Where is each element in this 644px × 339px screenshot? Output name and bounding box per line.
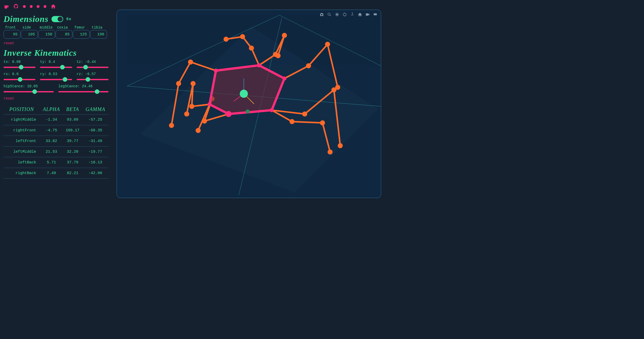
center-of-gravity [240,90,248,98]
table-row: rightFront-4.75109.17-68.35 [4,125,109,136]
home-icon[interactable] [50,4,56,9]
coxia-input[interactable] [56,30,72,39]
svg-point-22 [307,64,310,68]
slider-label: rx: 0.6 [4,72,35,76]
tibia-input[interactable] [90,30,107,39]
save-icon[interactable] [373,12,378,17]
svg-point-32 [257,63,261,67]
top-nav [4,3,109,12]
svg-point-13 [203,119,206,123]
svg-point-31 [214,69,218,73]
slider-label: tx: 0.08 [4,60,35,64]
hexapod-3d-canvas[interactable] [117,10,381,198]
svg-point-29 [321,121,324,125]
plot-home-icon[interactable] [357,12,363,17]
ik-stance-sliders: hipStance: 10.05 legStance: 24.46 [4,84,109,94]
svg-point-26 [332,88,336,92]
svg-point-23 [326,43,329,46]
nav-dot[interactable] [30,5,33,8]
cell-beta: 39.77 [63,136,82,147]
cell-gamma: -68.35 [82,125,109,136]
cell-beta: 32.20 [63,147,82,157]
kofi-icon[interactable] [4,4,9,9]
nav-dot[interactable] [44,5,46,8]
table-row: rightMiddle-1.3493.09-57.25 [4,115,109,125]
rz-slider[interactable] [77,77,109,82]
cell-alpha: 33.82 [40,136,63,147]
table-row: leftMiddle21.5332.20-19.77 [4,147,109,157]
cell-position: rightBack [4,168,40,179]
plot-toolbar [319,12,378,17]
nav-dot[interactable] [23,5,26,8]
nav-dot[interactable] [37,5,39,8]
ry-slider[interactable] [40,77,72,82]
svg-point-34 [270,108,274,112]
cell-alpha: 21.53 [40,147,63,157]
cell-beta: 37.79 [63,157,82,168]
femur-input[interactable] [73,30,90,39]
middle-input[interactable] [38,30,55,39]
svg-point-25 [303,112,306,116]
pose-table: position alpha beta gamma rightMiddle-1.… [4,104,109,179]
cell-position: rightFront [4,125,40,136]
dimensions-heading: Dimensions 5x [4,14,109,24]
dimensions-fields: front side middle coxia femur tibia [4,25,109,39]
slider-label: legStance: 24.46 [58,84,109,88]
tz-slider[interactable] [77,65,109,69]
hexapod-svg [117,10,381,198]
cell-gamma: -42.06 [82,168,109,179]
svg-point-35 [208,102,212,106]
pan-icon[interactable] [334,12,340,17]
col-beta: beta [63,104,82,115]
svg-point-9 [170,124,173,127]
ty-slider[interactable] [40,65,72,69]
svg-point-15 [196,129,200,132]
speed-toggle[interactable] [51,16,63,22]
svg-point-21 [276,54,280,58]
cell-gamma: -31.49 [82,136,109,147]
video-icon[interactable] [365,12,370,17]
hexapod-body [210,65,285,114]
cell-alpha: -1.34 [40,115,63,125]
svg-point-30 [328,150,332,154]
cell-position: leftBack [4,157,40,168]
dimensions-title: Dimensions [4,14,48,24]
slider-label: ty: 0.4 [40,60,72,64]
control-sidebar: Dimensions 5x front side middle coxia fe… [0,0,112,203]
front-input[interactable] [4,30,20,39]
tx-slider[interactable] [4,65,35,69]
cell-gamma: -57.25 [82,115,109,125]
cell-position: rightMiddle [4,115,40,125]
reset-ik-link[interactable]: reset [4,96,14,101]
svg-point-27 [339,144,342,147]
svg-point-12 [185,112,189,116]
hipstance-slider[interactable] [4,89,54,94]
orbit-icon[interactable] [342,12,347,17]
github-icon[interactable] [13,4,19,9]
zoom-icon[interactable] [327,12,332,17]
legstance-slider[interactable] [58,89,109,94]
side-input[interactable] [21,30,38,39]
svg-point-16 [250,46,253,50]
rx-slider[interactable] [4,77,35,82]
cell-alpha: 5.71 [40,157,63,168]
ik-heading: Inverse Kinematics [4,48,109,58]
svg-point-18 [224,37,228,41]
svg-point-20 [283,34,286,37]
col-alpha: alpha [40,104,63,115]
ground-contact [246,109,250,114]
dim-label: side [21,25,38,30]
reset-dimensions-link[interactable]: reset [4,41,14,45]
slider-label: tz: -0.44 [77,60,109,64]
svg-rect-2 [374,13,377,16]
cell-position: leftMiddle [4,147,40,157]
camera-icon[interactable] [319,12,324,17]
canvas-area [112,0,386,203]
cell-alpha: -4.75 [40,125,63,136]
speed-toggle-label: 5x [66,17,71,21]
dim-label: femur [73,25,90,30]
cell-alpha: 7.49 [40,168,63,179]
reset-axis-icon[interactable] [350,12,355,17]
svg-point-17 [241,35,244,38]
cell-position: leftFront [4,136,40,147]
